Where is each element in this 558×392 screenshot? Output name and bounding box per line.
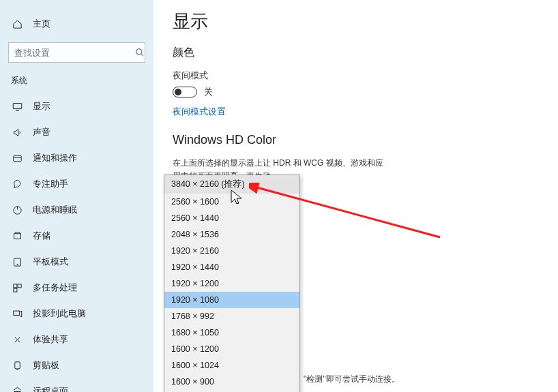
- search-input[interactable]: [9, 48, 134, 58]
- resolution-option[interactable]: 1680 × 1050: [164, 325, 299, 341]
- sidebar-item-multitasking[interactable]: 多任务处理: [0, 275, 153, 301]
- home-icon: [11, 19, 23, 29]
- resolution-option[interactable]: 2048 × 1536: [164, 226, 299, 243]
- sidebar-item-shared-experiences[interactable]: 体验共享: [0, 327, 153, 352]
- svg-line-1: [141, 54, 143, 57]
- search-icon: [134, 48, 145, 57]
- projecting-icon: [11, 309, 23, 319]
- resolution-option[interactable]: 1920 × 1080: [164, 292, 299, 308]
- svg-rect-14: [14, 361, 20, 368]
- sidebar-item-label: 多任务处理: [33, 282, 77, 294]
- page-title: 显示: [173, 10, 539, 33]
- tablet-mode-icon: [11, 257, 23, 267]
- sidebar-item-label: 平板模式: [33, 256, 68, 268]
- sidebar-item-notifications[interactable]: 通知和操作: [0, 145, 153, 171]
- night-mode-toggle[interactable]: [173, 87, 197, 97]
- search-input-container[interactable]: [8, 42, 145, 63]
- resolution-option[interactable]: 1768 × 992: [164, 308, 299, 325]
- power-sleep-icon: [11, 205, 23, 215]
- toggle-state-text: 关: [204, 86, 213, 98]
- sidebar-item-label: 电源和睡眠: [33, 204, 77, 216]
- resolution-option[interactable]: 2560 × 1440: [164, 210, 299, 226]
- hd-color-section-title: Windows HD Color: [173, 133, 539, 147]
- resolution-option[interactable]: 1600 × 1200: [164, 341, 299, 357]
- resolution-option[interactable]: 2560 × 1600: [164, 194, 299, 210]
- resolution-option[interactable]: 3840 × 2160 (推荐): [164, 175, 299, 194]
- category-label: 系统: [0, 72, 153, 93]
- sidebar-item-clipboard[interactable]: 剪贴板: [0, 352, 153, 378]
- svg-rect-10: [13, 284, 16, 287]
- sidebar-item-label: 专注助手: [33, 178, 68, 190]
- sidebar-item-sound[interactable]: 声音: [0, 119, 153, 145]
- sidebar-item-focus-assist[interactable]: 专注助手: [0, 171, 153, 197]
- sidebar-item-display[interactable]: 显示: [0, 93, 153, 119]
- sidebar-item-power-sleep[interactable]: 电源和睡眠: [0, 197, 153, 223]
- home-label: 主页: [33, 18, 50, 30]
- sidebar-item-label: 声音: [33, 126, 50, 138]
- night-mode-label: 夜间模式: [173, 70, 539, 82]
- notifications-icon: [11, 153, 23, 164]
- svg-rect-13: [13, 311, 19, 315]
- display-icon: [11, 102, 23, 111]
- sidebar-item-label: 存储: [33, 230, 50, 242]
- sidebar-item-storage[interactable]: 存储: [0, 223, 153, 249]
- shared-experiences-icon: [11, 335, 23, 345]
- resolution-option[interactable]: 1920 × 1440: [164, 259, 299, 275]
- sidebar-item-label: 投影到此电脑: [33, 307, 86, 320]
- svg-point-0: [136, 49, 141, 55]
- sound-icon: [11, 127, 23, 138]
- detection-hint-text: "检测"即可尝试手动连接。: [304, 374, 400, 385]
- svg-rect-2: [13, 103, 22, 108]
- multitasking-icon: [11, 283, 23, 293]
- resolution-option[interactable]: 1600 × 1024: [164, 357, 299, 374]
- home-button[interactable]: 主页: [0, 14, 153, 34]
- color-section-title: 颜色: [173, 46, 539, 60]
- settings-sidebar: 主页 系统 显示声音通知和操作专注助手电源和睡眠存储平板模式多任务处理投影到此电…: [0, 0, 153, 392]
- svg-rect-11: [18, 284, 21, 287]
- svg-rect-4: [13, 155, 20, 162]
- resolution-dropdown[interactable]: 3840 × 2160 (推荐)2560 × 16002560 × 144020…: [164, 175, 300, 392]
- sidebar-item-label: 剪贴板: [33, 359, 59, 372]
- resolution-option[interactable]: 1920 × 2160: [164, 243, 299, 259]
- resolution-option[interactable]: 1920 × 1200: [164, 275, 299, 292]
- sidebar-item-projecting[interactable]: 投影到此电脑: [0, 301, 153, 327]
- resolution-option[interactable]: 1600 × 900: [164, 374, 299, 390]
- svg-rect-12: [13, 288, 16, 292]
- toggle-knob: [175, 89, 181, 95]
- sidebar-item-label: 远程桌面: [33, 385, 68, 392]
- sidebar-item-label: 体验共享: [33, 333, 68, 346]
- sidebar-item-remote-desktop[interactable]: 远程桌面: [0, 378, 153, 392]
- sidebar-item-label: 显示: [33, 100, 50, 112]
- remote-desktop-icon: [11, 387, 23, 393]
- night-mode-settings-link[interactable]: 夜间模式设置: [173, 106, 226, 118]
- sidebar-item-tablet-mode[interactable]: 平板模式: [0, 249, 153, 275]
- clipboard-icon: [11, 361, 23, 371]
- focus-assist-icon: [11, 179, 23, 190]
- sidebar-item-label: 通知和操作: [33, 152, 77, 164]
- storage-icon: [11, 231, 23, 241]
- svg-point-9: [16, 264, 17, 265]
